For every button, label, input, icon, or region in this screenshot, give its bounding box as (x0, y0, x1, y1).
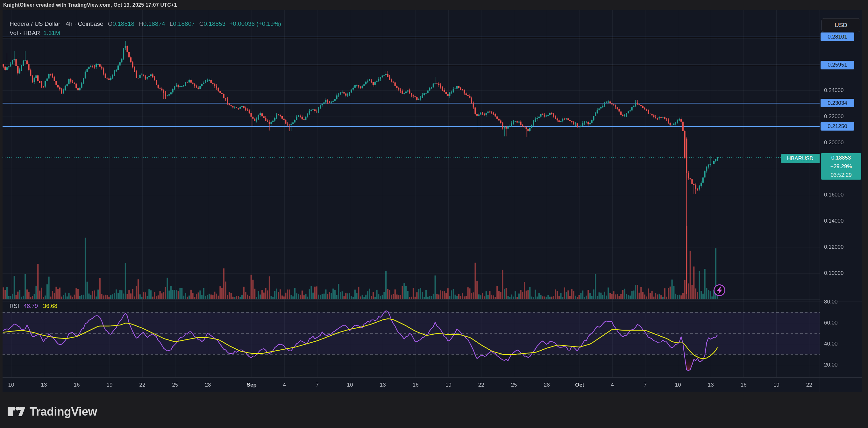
last-price-value: 0.18853 (831, 153, 851, 162)
time-axis-label[interactable]: Sep (247, 382, 257, 388)
time-axis-label[interactable]: 7 (316, 382, 319, 388)
time-axis-label[interactable]: 16 (74, 382, 80, 388)
time-axis-label[interactable]: 19 (773, 382, 779, 388)
volume-value: 1.31M (43, 30, 60, 36)
time-axis-label[interactable]: 10 (8, 382, 14, 388)
price-level-label: 0.28101 (820, 32, 854, 41)
rsi-ma-value: 36.68 (43, 303, 57, 309)
rsi-axis-label[interactable]: 20.00 (824, 361, 859, 369)
price-axis-label[interactable]: 0.12000 (824, 243, 859, 251)
rsi-axis-label[interactable]: 60.00 (824, 319, 859, 327)
time-axis-label[interactable]: 7 (644, 382, 647, 388)
lightning-icon (716, 286, 723, 294)
rsi-axis-label[interactable]: 40.00 (824, 340, 859, 348)
price-level-label: 0.25951 (820, 61, 854, 69)
time-axis-label[interactable]: 13 (708, 382, 714, 388)
time-axis-label[interactable]: 13 (380, 382, 386, 388)
volume-label[interactable]: Vol · HBAR (9, 30, 40, 36)
bar-countdown: 03:52:29 (830, 171, 851, 179)
high-label: H (139, 20, 143, 27)
volume-legend: Vol · HBAR1.31M (9, 30, 60, 37)
time-axis-label[interactable]: 19 (445, 382, 452, 388)
price-axis-label[interactable]: 0.16000 (824, 191, 859, 199)
open-value: 0.18818 (113, 20, 134, 27)
close-value: 0.18853 (204, 20, 226, 27)
price-axis-label[interactable]: 0.10000 (824, 269, 859, 277)
time-axis-label[interactable]: Oct (575, 382, 584, 388)
last-price-change: −29.29% (830, 162, 852, 171)
price-axis-label[interactable]: 0.24000 (824, 87, 859, 94)
price-axis-border (819, 10, 820, 392)
change-value: +0.00036 (+0.19%) (229, 20, 281, 27)
time-axis-label[interactable]: 13 (41, 382, 47, 388)
boost-button[interactable] (714, 284, 725, 296)
open-label: O (108, 20, 113, 27)
low-label: L (170, 20, 173, 27)
symbol-legend: Hedera / US Dollar · 4h · CoinbaseO0.188… (9, 20, 281, 27)
time-axis-label[interactable]: 28 (205, 382, 211, 388)
price-axis-label[interactable]: 0.20000 (824, 139, 859, 147)
time-axis-label[interactable]: 19 (107, 382, 113, 388)
symbol-title[interactable]: Hedera / US Dollar · 4h · Coinbase (9, 20, 103, 27)
low-value: 0.18807 (173, 20, 195, 27)
pane-divider[interactable] (3, 302, 862, 302)
rsi-value: 48.79 (24, 303, 38, 309)
price-axis-label[interactable]: 0.22000 (824, 113, 859, 120)
rsi-title[interactable]: RSI (9, 303, 19, 309)
time-axis-label[interactable]: 25 (172, 382, 178, 388)
price-axis-label[interactable]: 0.14000 (824, 217, 859, 225)
rsi-axis-label[interactable]: 80.00 (824, 298, 859, 306)
symbol-price-tag: HBARUSD (781, 154, 819, 163)
time-axis-label[interactable]: 22 (140, 382, 146, 388)
currency-toggle-button[interactable]: USD (822, 18, 860, 32)
time-axis-label[interactable]: 16 (413, 382, 419, 388)
chart-canvas[interactable] (0, 0, 868, 428)
close-label: C (199, 20, 204, 27)
tradingview-logo-icon (8, 407, 26, 417)
time-axis-label[interactable]: 22 (478, 382, 484, 388)
time-axis-label[interactable]: 28 (544, 382, 550, 388)
tradingview-logo-text: TradingView (30, 405, 97, 419)
top-watermark: KnightOliver created with TradingView.co… (3, 2, 177, 8)
time-axis-label[interactable]: 10 (675, 382, 681, 388)
price-level-label: 0.21250 (820, 122, 854, 130)
price-level-label: 0.23034 (820, 99, 854, 107)
time-axis-label[interactable]: 16 (741, 382, 747, 388)
high-value: 0.18874 (143, 20, 165, 27)
last-price-label: 0.18853 −29.29% 03:52:29 (821, 153, 861, 180)
tradingview-logo[interactable]: TradingView (8, 405, 97, 419)
time-axis-border (3, 377, 862, 378)
time-axis-label[interactable]: 25 (511, 382, 517, 388)
rsi-legend: RSI48.7936.68 (9, 303, 57, 309)
time-axis-label[interactable]: 22 (806, 382, 812, 388)
time-axis-label[interactable]: 4 (611, 382, 614, 388)
time-axis-label[interactable]: 10 (347, 382, 353, 388)
time-axis-label[interactable]: 4 (283, 382, 286, 388)
